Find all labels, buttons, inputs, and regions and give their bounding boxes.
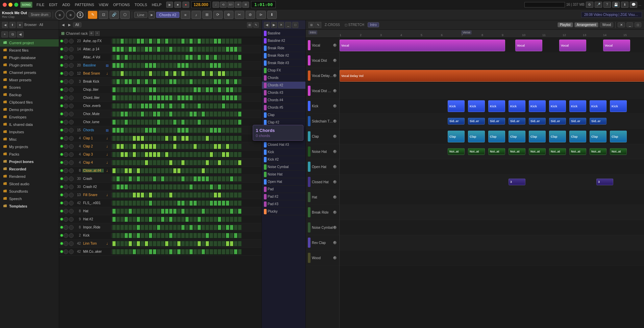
arr-block[interactable]: Vocal Delay Vol — [340, 70, 644, 82]
pad[interactable] — [145, 144, 148, 149]
pad[interactable] — [197, 160, 201, 165]
pad[interactable] — [193, 95, 197, 101]
track-volume-knob[interactable] — [333, 256, 337, 259]
solo-btn[interactable] — [69, 55, 74, 60]
pad[interactable] — [181, 63, 185, 68]
pad[interactable] — [132, 233, 136, 238]
pad[interactable] — [222, 95, 225, 101]
pad[interactable] — [141, 200, 144, 206]
pad[interactable] — [189, 103, 193, 109]
pad[interactable] — [230, 119, 233, 125]
pad[interactable] — [132, 95, 136, 101]
pad[interactable] — [120, 209, 124, 214]
pad[interactable] — [141, 47, 144, 52]
active-led[interactable] — [60, 210, 63, 212]
pad[interactable] — [169, 233, 173, 238]
mute-btn[interactable] — [64, 39, 68, 44]
pad[interactable] — [137, 152, 140, 157]
pad[interactable] — [112, 144, 116, 149]
pad[interactable] — [234, 55, 238, 60]
pad[interactable] — [169, 241, 173, 246]
sidebar-item-impulses[interactable]: Impulses — [0, 128, 59, 136]
pad[interactable] — [218, 217, 221, 222]
seq-pads[interactable] — [112, 152, 262, 157]
pad[interactable] — [145, 241, 148, 246]
solo-btn[interactable] — [69, 136, 74, 141]
pad[interactable] — [141, 184, 144, 190]
snap-tool[interactable]: ⊕ — [224, 11, 233, 19]
help-btn[interactable]: ? — [603, 2, 611, 8]
pad[interactable] — [181, 47, 185, 52]
pad[interactable] — [181, 38, 185, 44]
pad[interactable] — [120, 200, 124, 206]
chord-selector[interactable]: Chords #2 — [156, 12, 179, 18]
pad[interactable] — [189, 79, 193, 84]
pad[interactable] — [145, 95, 148, 101]
pad[interactable] — [128, 160, 132, 165]
pad[interactable] — [209, 184, 213, 190]
pad[interactable] — [193, 103, 197, 109]
pad[interactable] — [185, 111, 189, 117]
loop-tool[interactable]: ⟳ — [213, 11, 223, 19]
pad[interactable] — [124, 87, 128, 92]
pad[interactable] — [230, 103, 233, 109]
pad[interactable] — [230, 176, 233, 182]
pad[interactable] — [181, 225, 185, 230]
active-led[interactable] — [60, 137, 63, 139]
mute-btn[interactable] — [64, 168, 68, 173]
mute-btn[interactable] — [64, 63, 68, 68]
pad[interactable] — [141, 233, 144, 238]
pad[interactable] — [137, 192, 140, 198]
pad[interactable] — [124, 160, 128, 165]
pad[interactable] — [169, 87, 173, 92]
pad[interactable] — [153, 136, 156, 141]
pad[interactable] — [222, 63, 225, 68]
active-led[interactable] — [60, 242, 63, 245]
pad[interactable] — [209, 95, 213, 101]
pad[interactable] — [185, 38, 189, 44]
channel-item[interactable]: Bassline — [262, 30, 305, 37]
zoom-tool[interactable]: ⬇ — [267, 11, 277, 19]
pad[interactable] — [238, 111, 242, 117]
pad[interactable] — [218, 87, 221, 92]
pad[interactable] — [157, 128, 160, 133]
pad[interactable] — [238, 192, 242, 198]
pad[interactable] — [185, 225, 189, 230]
pad[interactable] — [205, 217, 209, 222]
chat-btn[interactable]: 💬 — [630, 2, 637, 8]
pad[interactable] — [238, 144, 242, 149]
pad[interactable] — [132, 160, 136, 165]
active-led[interactable] — [60, 105, 63, 107]
pad[interactable] — [193, 225, 197, 230]
pad[interactable] — [226, 103, 229, 109]
pad[interactable] — [205, 136, 209, 141]
active-led[interactable] — [60, 169, 63, 172]
ch-minimize[interactable]: _ — [285, 22, 291, 28]
pad[interactable] — [169, 119, 173, 125]
active-led[interactable] — [60, 161, 63, 164]
pad[interactable] — [185, 95, 189, 101]
pad[interactable] — [165, 160, 169, 165]
active-led[interactable] — [60, 129, 63, 131]
pad[interactable] — [234, 200, 238, 206]
pad[interactable] — [226, 55, 229, 60]
pad[interactable] — [193, 160, 197, 165]
pad[interactable] — [214, 209, 217, 214]
pad[interactable] — [120, 136, 124, 141]
seq-pads[interactable] — [112, 192, 262, 198]
pad[interactable] — [177, 233, 181, 238]
pad[interactable] — [189, 200, 193, 206]
mute-btn[interactable] — [64, 47, 68, 52]
mute-btn[interactable] — [64, 87, 68, 92]
pad[interactable] — [218, 192, 221, 198]
pad[interactable] — [201, 119, 205, 125]
pad[interactable] — [153, 241, 156, 246]
sidebar-item-backup[interactable]: Backup — [0, 91, 59, 99]
pad[interactable] — [120, 87, 124, 92]
close-arr[interactable]: ✕ — [618, 22, 625, 27]
pad[interactable] — [193, 217, 197, 222]
arr-block[interactable]: Kick — [509, 100, 525, 112]
pad[interactable] — [132, 136, 136, 141]
arr-block[interactable]: Noi..at — [468, 148, 485, 155]
pad[interactable] — [149, 119, 152, 125]
